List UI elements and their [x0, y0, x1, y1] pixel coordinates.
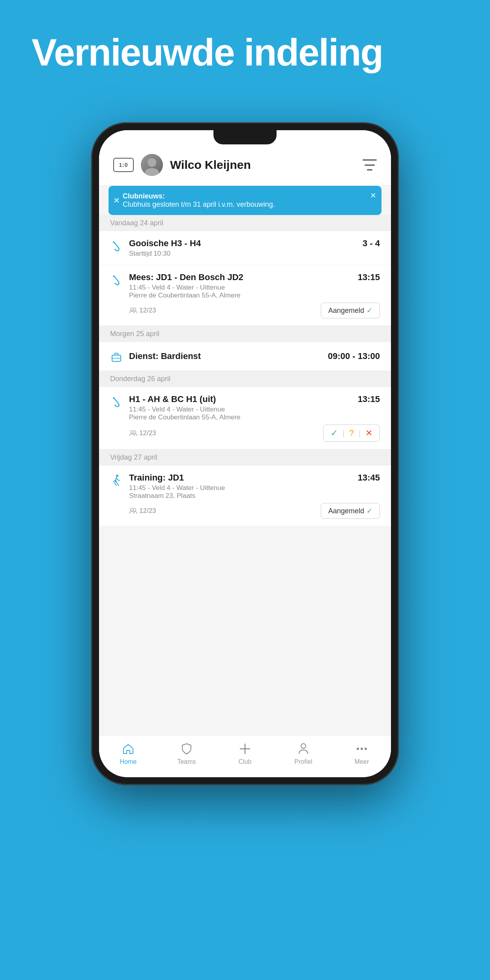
shield-icon	[180, 742, 194, 756]
hockey-stick-icon	[110, 274, 123, 286]
news-banner-text: Clubhuis gesloten t/m 31 april i.v.m. ve…	[123, 200, 364, 209]
news-banner: ✕ × Clubnieuws: Clubhuis gesloten t/m 31…	[99, 186, 391, 215]
match-title: Gooische H3 - H4	[129, 238, 201, 249]
service-time: 09:00 - 13:00	[328, 351, 380, 361]
header-username: Wilco Kleijnen	[170, 158, 355, 172]
match-title: Mees: JD1 - Den Bosch JD2	[129, 272, 243, 282]
svg-point-11	[116, 475, 118, 477]
nav-item-home[interactable]: Home	[99, 742, 157, 765]
svg-point-18	[361, 748, 363, 750]
section-header-today: Vandaag 24 april	[99, 215, 391, 231]
phone-screen: 1:0 Wilco Kleijnen ✕ × Clubnieuws:	[99, 130, 391, 777]
svg-point-9	[131, 431, 133, 434]
svg-point-19	[365, 748, 367, 750]
list-item: Training: JD1 13:45 11:45 - Veld 4 - Wat…	[99, 466, 391, 526]
rsvp-divider-2: |	[359, 429, 361, 438]
filter-line-2	[365, 165, 374, 166]
training-content: Training: JD1 13:45 11:45 - Veld 4 - Wat…	[129, 473, 380, 519]
rsvp-divider-1: |	[342, 429, 344, 438]
match-detail1: 11:45 - Veld 4 - Water - Uittenue	[129, 284, 380, 292]
match-detail1: 11:45 - Veld 4 - Water - Uittenue	[129, 406, 380, 413]
training-time: 13:45	[358, 473, 380, 483]
aangemeld-button-training[interactable]: Aangemeld ✓	[321, 503, 380, 519]
match-content: Gooische H3 - H4 3 - 4 Starttijd 10:30	[129, 238, 380, 258]
nav-label-profiel: Profiel	[294, 758, 312, 765]
match-time: 13:15	[358, 394, 380, 404]
match-time: 13:15	[358, 272, 380, 282]
section-header-friday: Vrijdag 27 april	[99, 449, 391, 466]
briefcase-icon	[110, 351, 123, 363]
news-banner-x-left: ✕	[113, 196, 120, 205]
list-item: Gooische H3 - H4 3 - 4 Starttijd 10:30	[99, 231, 391, 265]
nav-item-teams[interactable]: Teams	[157, 742, 216, 765]
match-title: H1 - AH & BC H1 (uit)	[129, 394, 216, 404]
svg-point-8	[113, 397, 114, 399]
rsvp-buttons: ✓ | ? | ✕	[323, 425, 380, 442]
rsvp-yes-button[interactable]: ✓	[331, 428, 338, 438]
running-icon	[110, 474, 123, 487]
svg-point-10	[133, 431, 136, 434]
nav-label-teams: Teams	[177, 758, 196, 765]
person-icon	[296, 742, 310, 756]
content-area: Vandaag 24 april Gooische H3 - H4 3 - 4 …	[99, 215, 391, 735]
news-banner-title: Clubnieuws:	[123, 192, 364, 200]
nav-label-club: Club	[239, 758, 252, 765]
aangemeld-button[interactable]: Aangemeld ✓	[321, 303, 380, 318]
home-icon	[121, 742, 135, 756]
list-item: Mees: JD1 - Den Bosch JD2 13:15 11:45 - …	[99, 265, 391, 326]
avatar	[141, 154, 163, 176]
svg-point-13	[133, 509, 136, 511]
nav-item-club[interactable]: Club	[216, 742, 274, 765]
nav-label-home: Home	[120, 758, 137, 765]
list-item: H1 - AH & BC H1 (uit) 13:15 11:45 - Veld…	[99, 387, 391, 449]
hockey-cross-icon	[238, 742, 252, 756]
bottom-nav: Home Teams Club	[99, 735, 391, 777]
svg-point-16	[301, 744, 306, 748]
filter-line-1	[363, 159, 377, 161]
training-detail1: 11:45 - Veld 4 - Water - Uittenue	[129, 484, 380, 492]
training-players: 12/23	[129, 507, 156, 515]
nav-item-profiel[interactable]: Profiel	[274, 742, 333, 765]
match-score: 3 - 4	[363, 238, 380, 249]
svg-point-2	[113, 241, 114, 243]
list-item: Dienst: Bardienst 09:00 - 13:00	[99, 342, 391, 371]
service-title: Dienst: Bardienst	[129, 351, 322, 361]
svg-point-1	[145, 168, 159, 176]
training-address: Straatnaam 23, Plaats	[129, 492, 380, 500]
phone-notch	[213, 130, 277, 144]
training-title: Training: JD1	[129, 473, 184, 483]
section-header-tomorrow: Morgen 25 april	[99, 326, 391, 342]
rsvp-no-button[interactable]: ✕	[365, 428, 372, 438]
svg-point-3	[113, 275, 114, 277]
match-players: 12/23	[129, 307, 156, 314]
more-icon	[355, 742, 369, 756]
match-content: H1 - AH & BC H1 (uit) 13:15 11:45 - Veld…	[129, 394, 380, 442]
news-banner-close[interactable]: ×	[370, 190, 376, 201]
hockey-stick-icon	[110, 396, 123, 408]
rsvp-maybe-button[interactable]: ?	[349, 428, 354, 438]
hockey-stick-icon	[110, 240, 123, 252]
match-subtitle: Starttijd 10:30	[129, 250, 380, 258]
match-address: Pierre de Coubertinlaan 55-A, Almere	[129, 413, 380, 421]
section-header-thursday: Donderdag 26 april	[99, 371, 391, 387]
nav-item-meer[interactable]: Meer	[333, 742, 391, 765]
score-icon[interactable]: 1:0	[113, 158, 134, 172]
svg-point-12	[131, 509, 133, 511]
svg-point-4	[131, 308, 133, 311]
page-title: Vernieuwde indeling	[32, 32, 383, 73]
phone-frame: 1:0 Wilco Kleijnen ✕ × Clubnieuws:	[91, 122, 399, 785]
svg-point-0	[148, 158, 156, 167]
svg-point-17	[357, 748, 359, 750]
nav-label-meer: Meer	[355, 758, 369, 765]
filter-line-3	[367, 169, 372, 170]
filter-icon[interactable]	[363, 159, 377, 170]
score-icon-text: 1:0	[119, 162, 128, 168]
match-players: 12/23	[129, 429, 156, 437]
svg-point-5	[133, 308, 136, 311]
match-address: Pierre de Coubertinlaan 55-A, Almere	[129, 292, 380, 299]
match-content: Mees: JD1 - Den Bosch JD2 13:15 11:45 - …	[129, 272, 380, 318]
